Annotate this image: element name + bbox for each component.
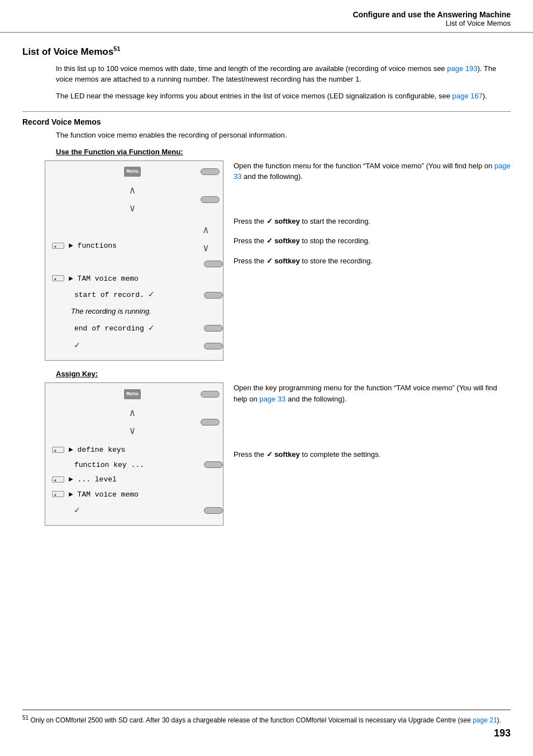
header-title-sub: List of Voice Memos — [22, 19, 511, 27]
intro1-text: In this list up to 100 voice memos with … — [56, 64, 447, 73]
main-content: List of Voice Memos51 In this list up to… — [0, 45, 533, 526]
start-record-row: start of record. ✓ — [49, 287, 220, 303]
level-text: ► ... level — [69, 473, 220, 486]
softkey-oval-ak3[interactable] — [204, 461, 223, 468]
footnote-area: 51 Only on COMfortel 2500 with SD card. … — [22, 710, 511, 725]
section-footnote: 51 — [113, 45, 120, 52]
function-key-text: function key ... — [74, 459, 199, 471]
end-oval — [203, 322, 220, 334]
menu-button-1[interactable]: Menu — [124, 167, 141, 177]
section-title-text: List of Voice Memos — [22, 46, 113, 57]
functions-text: ► functions — [69, 239, 199, 252]
assign-key-diagram: Menu ∧∨ ► define — [45, 382, 223, 526]
function-key-oval — [203, 459, 220, 471]
functions-right-area: ∧∨ — [203, 221, 220, 271]
step4-description: Press the ✓ softkey to store the recordi… — [234, 256, 511, 267]
use-function-label: Use the Function via Function Menu: — [56, 148, 511, 156]
intro2-cont: ). — [483, 92, 487, 100]
checkmark-assign: ✓ — [74, 505, 80, 516]
step1-description: Open the function menu for the function … — [234, 160, 511, 182]
sel-indicator-tam — [52, 275, 64, 281]
start-record-text: start of record. ✓ — [74, 287, 199, 303]
define-keys-row: ► define keys — [49, 443, 220, 456]
assign-final-description: Press the ✓ softkey to complete the sett… — [234, 449, 511, 460]
assign-key-label: Assign Key: — [56, 370, 511, 378]
end-record-text: end of recording ✓ — [74, 320, 199, 337]
section-title: List of Voice Memos51 — [22, 45, 511, 58]
footnote-text: 51 Only on COMfortel 2500 with SD card. … — [22, 714, 511, 725]
sel-indicator-lv — [52, 476, 64, 483]
tam-voice-memo-row: ► TAM voice memo — [49, 272, 220, 285]
section-intro-2: The LED near the message key informs you… — [56, 91, 511, 102]
assign-final-oval — [203, 504, 220, 517]
function-menu-diagram: Menu ∧∨ ► functio — [45, 160, 223, 361]
step4-softkey: ✓ softkey — [266, 257, 300, 265]
softkey-oval-3[interactable] — [204, 261, 223, 267]
section-intro-1: In this list up to 100 voice memos with … — [56, 63, 511, 85]
page-header: Configure and use the Answering Machine … — [0, 0, 533, 33]
sel-indicator-tam2 — [52, 491, 64, 497]
footnote-link[interactable]: page 21 — [473, 716, 497, 724]
assign-final-softkey: ✓ softkey — [266, 450, 300, 459]
intro2-link[interactable]: page 167 — [453, 92, 483, 100]
record-intro: The function voice memo enables the reco… — [56, 130, 511, 141]
checkmark-final: ✓ — [74, 341, 80, 351]
define-keys-left — [49, 445, 65, 456]
footnote-end: ). — [497, 716, 501, 724]
softkey-oval-1[interactable] — [201, 168, 220, 175]
softkey-oval-ak1[interactable] — [201, 391, 220, 398]
checkmark-start: ✓ — [149, 290, 154, 300]
level-row: ► ... level — [49, 473, 220, 486]
sel-indicator-functions — [52, 243, 64, 249]
start-oval — [203, 289, 220, 301]
softkey-oval-6[interactable] — [204, 343, 223, 349]
function-menu-diagram-row: Menu ∧∨ ► functio — [22, 160, 511, 361]
assign-key-diagram-row: Menu ∧∨ ► define — [22, 382, 511, 526]
softkey-oval-4[interactable] — [204, 292, 223, 299]
recording-running: The recording is running. — [71, 305, 220, 318]
step3-softkey: ✓ softkey — [266, 237, 300, 245]
function-key-row: function key ... — [49, 459, 220, 471]
tam-left-arrow — [49, 273, 65, 285]
tam-assign-row: ► TAM voice memo — [49, 488, 220, 501]
softkey-oval-ak4[interactable] — [204, 507, 223, 514]
intro1-link[interactable]: page 193 — [447, 64, 477, 73]
intro2-text: The LED near the message key informs you… — [56, 92, 453, 100]
assign-step1-link[interactable]: page 33 — [259, 395, 285, 403]
checkmark-end: ✓ — [149, 323, 154, 333]
functions-left-arrow — [49, 240, 65, 252]
step2-softkey: ✓ softkey — [266, 217, 300, 225]
assign-final-row: ✓ — [49, 503, 220, 519]
end-record-row: end of recording ✓ — [49, 320, 220, 337]
tam-assign-text: ► TAM voice memo — [69, 488, 220, 501]
tam-assign-left — [49, 489, 65, 500]
function-menu-descriptions: Open the function menu for the function … — [234, 160, 511, 361]
footnote-num: 51 — [22, 715, 28, 721]
assign-step1-description: Open the key programming menu for the fu… — [234, 382, 511, 404]
step3-description: Press the ✓ softkey to stop the recordin… — [234, 235, 511, 247]
softkey-oval-5[interactable] — [204, 325, 223, 332]
footnote-body: Only on COMfortel 2500 with SD card. Aft… — [30, 716, 473, 724]
final-check-row: ✓ — [49, 338, 220, 354]
section-divider — [22, 111, 511, 112]
sel-indicator-dk — [52, 447, 64, 453]
record-section-title: Record Voice Memos — [22, 117, 511, 126]
functions-row: ► functions ∧∨ — [49, 221, 220, 271]
page-number: 193 — [494, 727, 511, 739]
define-keys-text: ► define keys — [69, 443, 220, 456]
tam-voice-memo-text: ► TAM voice memo — [69, 272, 220, 285]
softkey-oval-ak2[interactable] — [201, 419, 220, 426]
menu-button-2[interactable]: Menu — [124, 389, 141, 399]
level-left — [49, 474, 65, 485]
step2-description: Press the ✓ softkey to start the recordi… — [234, 216, 511, 227]
header-title-main: Configure and use the Answering Machine — [22, 10, 511, 19]
softkey-oval-2[interactable] — [201, 196, 220, 203]
assign-key-descriptions: Open the key programming menu for the fu… — [234, 382, 511, 526]
final-oval — [203, 339, 220, 352]
